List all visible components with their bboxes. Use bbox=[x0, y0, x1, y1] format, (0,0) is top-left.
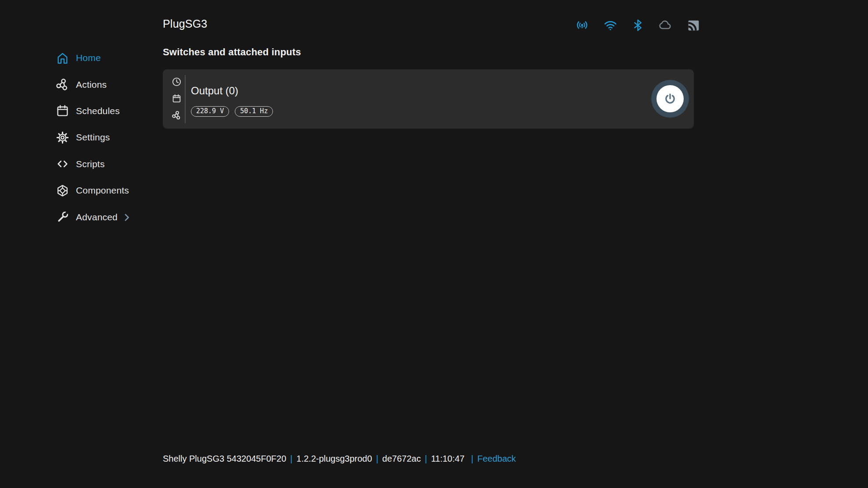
clock-icon bbox=[172, 77, 181, 86]
code-icon bbox=[56, 157, 69, 171]
footer: Shelly PlugSG3 5432045F0F20 | 1.2.2-plug… bbox=[163, 454, 516, 464]
sidebar-item-label: Advanced bbox=[76, 212, 118, 222]
power-toggle-inner bbox=[656, 85, 684, 112]
badge-row: 228.9 V 50.1 Hz bbox=[191, 106, 273, 117]
footer-separator: | bbox=[290, 454, 292, 464]
gear-icon bbox=[56, 131, 69, 144]
footer-device: Shelly PlugSG3 5432045F0F20 bbox=[163, 454, 286, 464]
card-divider bbox=[185, 75, 186, 123]
sidebar-item-home[interactable]: Home bbox=[0, 45, 163, 71]
sidebar-item-components[interactable]: Components bbox=[0, 177, 163, 204]
sidebar-item-label: Settings bbox=[76, 132, 110, 143]
sidebar-item-label: Components bbox=[76, 185, 129, 196]
page-title: PlugSG3 bbox=[163, 18, 207, 30]
frequency-badge: 50.1 Hz bbox=[235, 106, 273, 117]
wrench-icon bbox=[56, 210, 69, 224]
cloud-icon bbox=[658, 18, 672, 32]
chevron-right-icon bbox=[125, 214, 129, 221]
status-icons bbox=[575, 18, 700, 32]
feed-icon bbox=[687, 18, 700, 32]
sidebar-item-label: Home bbox=[76, 53, 101, 63]
home-icon bbox=[56, 51, 69, 65]
footer-time: 11:10:47 bbox=[431, 454, 464, 464]
feedback-link[interactable]: Feedback bbox=[477, 454, 516, 464]
section-title: Switches and attached inputs bbox=[163, 47, 301, 58]
sidebar-item-settings[interactable]: Settings bbox=[0, 124, 163, 151]
footer-separator: | bbox=[376, 454, 378, 464]
sidebar-item-actions[interactable]: Actions bbox=[0, 71, 163, 97]
sidebar-item-label: Actions bbox=[76, 79, 107, 90]
actions-icon bbox=[56, 78, 69, 91]
power-icon bbox=[663, 92, 677, 106]
power-toggle-button[interactable] bbox=[651, 80, 689, 118]
footer-build: de7672ac bbox=[382, 454, 421, 464]
cube-icon bbox=[56, 184, 69, 197]
footer-firmware: 1.2.2-plugsg3prod0 bbox=[297, 454, 372, 464]
access-point-icon bbox=[575, 18, 589, 32]
calendar-icon bbox=[172, 94, 181, 103]
switch-card-title: Output (0) bbox=[191, 85, 238, 97]
footer-separator: | bbox=[425, 454, 427, 464]
wifi-icon bbox=[603, 18, 617, 32]
sidebar-item-scripts[interactable]: Scripts bbox=[0, 151, 163, 177]
sidebar-item-schedules[interactable]: Schedules bbox=[0, 98, 163, 124]
sidebar-item-label: Scripts bbox=[76, 159, 105, 169]
sidebar: Home Actions bbox=[0, 0, 163, 488]
sidebar-item-advanced[interactable]: Advanced bbox=[0, 204, 163, 230]
sidebar-nav: Home Actions bbox=[0, 45, 163, 230]
switch-card-output[interactable]: Output (0) 228.9 V 50.1 Hz bbox=[163, 69, 694, 129]
bluetooth-icon bbox=[632, 18, 644, 32]
voltage-badge: 228.9 V bbox=[191, 106, 229, 117]
card-mini-icons bbox=[172, 77, 181, 120]
sidebar-item-label: Schedules bbox=[76, 106, 120, 116]
footer-separator: | bbox=[471, 454, 473, 464]
actions-icon bbox=[172, 111, 181, 120]
calendar-icon bbox=[56, 104, 69, 118]
